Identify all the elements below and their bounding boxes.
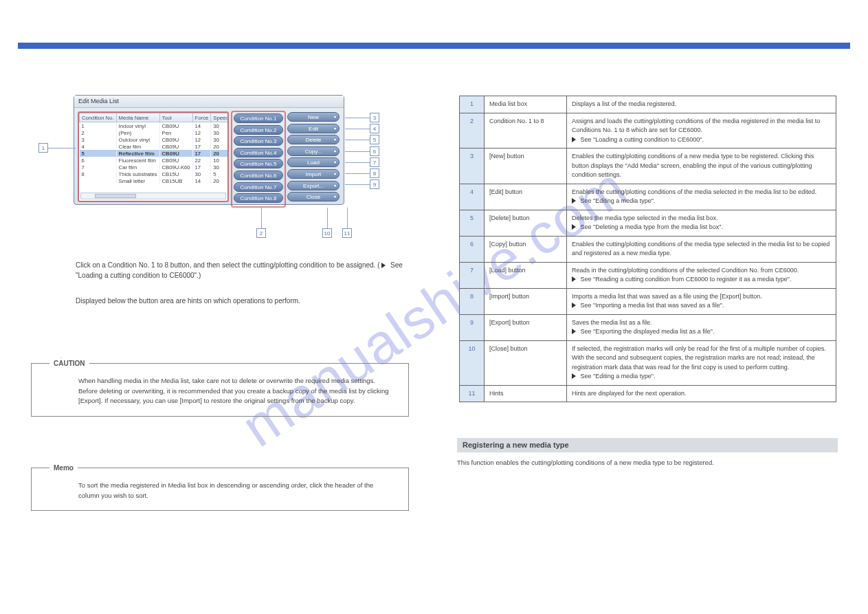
- closebutton[interactable]: Close: [287, 192, 340, 201]
- table-row[interactable]: 1Indoor vinylCB09U14302: [80, 122, 229, 130]
- callout-11: 11: [342, 228, 352, 238]
- table-row[interactable]: 6Fluorescent filmCB09U22102: [80, 157, 229, 164]
- loadbutton[interactable]: Load: [287, 157, 340, 167]
- arrow-icon: [572, 303, 576, 308]
- definition-number: 6: [460, 236, 485, 262]
- definition-body: Deletes the media type selected in the m…: [567, 210, 836, 236]
- definition-number: 11: [460, 385, 485, 402]
- header-bar: [18, 43, 850, 49]
- section-body: This function enables the cutting/plotti…: [457, 458, 838, 468]
- definition-name: Condition No. 1 to 8: [485, 113, 567, 149]
- definition-name: [Edit] button: [485, 184, 567, 210]
- definition-row: 11HintsHints are displayed for the next …: [460, 385, 836, 402]
- definition-name: Hints: [485, 385, 567, 402]
- media-list-box[interactable]: Condition No.Media NameToolForceSpeedAcc…: [78, 112, 228, 201]
- callout-3: 3: [370, 113, 379, 122]
- deletebutton[interactable]: Delete: [287, 135, 340, 144]
- definition-number: 10: [460, 340, 485, 385]
- callout-8: 8: [370, 168, 379, 178]
- definitions-table: 1Media list boxDisplays a list of the me…: [459, 96, 836, 402]
- definition-row: 4[Edit] buttonEnables the cutting/plotti…: [460, 184, 836, 210]
- definition-row: 5[Delete] buttonDeletes the media type s…: [460, 210, 836, 236]
- table-row[interactable]: Small letterCB15UB14202: [80, 177, 229, 184]
- caution-text: When handling media in the Media list, t…: [78, 377, 388, 404]
- intro-text: Click on a Condition No. 1 to 8 button, …: [76, 260, 412, 281]
- condition-buttons-group: Condition No.1Condition No.2Condition No…: [232, 112, 285, 206]
- page: Edit Media List Condition No.Media NameT…: [18, 0, 850, 614]
- button-indicator-icon: [333, 138, 337, 142]
- definition-body: Imports a media list that was saved as a…: [567, 288, 836, 314]
- memo-label: Memo: [49, 463, 78, 474]
- table-row[interactable]: 3Outdoor vinylCB09U12302: [80, 136, 229, 143]
- arrow-icon: [572, 224, 576, 230]
- definition-name: [Close] button: [485, 340, 567, 385]
- definition-body: Enables the cutting/plotting conditions …: [567, 149, 836, 184]
- definition-row: 10[Close] buttonIf selected, the registr…: [460, 340, 836, 385]
- definition-number: 4: [460, 184, 485, 210]
- callout-6: 6: [370, 146, 379, 156]
- callout-4: 4: [370, 124, 379, 133]
- table-row[interactable]: 2(Pen)Pen12302: [80, 129, 229, 136]
- horizontal-scrollbar[interactable]: [80, 193, 226, 199]
- newbutton[interactable]: New: [287, 112, 340, 122]
- copy-button[interactable]: Copy...: [287, 146, 340, 156]
- definition-body: Enables the cutting/plotting conditions …: [567, 184, 836, 210]
- definition-name: Media list box: [485, 96, 567, 113]
- condition-button[interactable]: Condition No.8: [234, 193, 283, 203]
- definition-body: Saves the media list as a file. See "Exp…: [567, 314, 836, 340]
- column-header[interactable]: Media Name: [116, 113, 159, 122]
- button-indicator-icon: [333, 127, 337, 130]
- definition-row: 6[Copy] buttonEnables the cutting/plotti…: [460, 236, 836, 262]
- memo-text: To sort the media registered in Media li…: [78, 481, 373, 499]
- definition-row: 2Condition No. 1 to 8Assigns and loads t…: [460, 113, 836, 149]
- arrow-icon: [572, 137, 576, 142]
- condition-button[interactable]: Condition No.2: [234, 125, 283, 135]
- condition-button[interactable]: Condition No.1: [234, 113, 283, 123]
- button-indicator-icon: [333, 184, 337, 187]
- section-heading: Registering a new media type: [457, 438, 838, 452]
- button-indicator-icon: [333, 116, 337, 119]
- table-row[interactable]: 8Thick substratesCB15U3051: [80, 171, 229, 177]
- importbutton[interactable]: Import: [287, 169, 340, 179]
- definition-row: 8[Import] buttonImports a media list tha…: [460, 288, 836, 314]
- definition-name: [Load] button: [485, 262, 567, 288]
- condition-button[interactable]: Condition No.5: [234, 159, 283, 168]
- column-header[interactable]: Force: [192, 113, 211, 122]
- table-row[interactable]: 5Reflective filmCB09U17202: [80, 150, 229, 157]
- definition-body: If selected, the registration marks will…: [567, 340, 836, 385]
- column-header[interactable]: Tool: [159, 113, 192, 122]
- definition-body: Reads in the cutting/plotting conditions…: [567, 262, 836, 288]
- condition-button[interactable]: Condition No.3: [234, 136, 283, 146]
- definition-body: Displays a list of the media registered.: [567, 96, 836, 113]
- column-header[interactable]: Speed: [211, 113, 228, 122]
- dialog-edit-media-list: Edit Media List Condition No.Media NameT…: [74, 95, 344, 205]
- callout-7: 7: [370, 157, 379, 167]
- editbutton[interactable]: Edit: [287, 124, 340, 133]
- definition-number: 5: [460, 210, 485, 236]
- definition-body: Enables the cutting/plotting conditions …: [567, 236, 836, 262]
- definition-row: 3[New] buttonEnables the cutting/plottin…: [460, 149, 836, 184]
- table-row[interactable]: 4Clear filmCB09U17202: [80, 143, 229, 150]
- export-button[interactable]: Export...: [287, 181, 340, 190]
- definition-name: [Import] button: [485, 288, 567, 314]
- arrow-icon: [572, 198, 576, 204]
- condition-button[interactable]: Condition No.4: [234, 148, 283, 157]
- condition-button[interactable]: Condition No.6: [234, 171, 283, 180]
- definition-number: 1: [460, 96, 485, 113]
- action-buttons-group: NewEditDeleteCopy...LoadImportExport...C…: [287, 112, 340, 204]
- callout-5: 5: [370, 135, 379, 144]
- table-row[interactable]: 7Car filmCB09U-K6017302: [80, 164, 229, 171]
- definition-body: Assigns and loads the cutting/plotting c…: [567, 113, 836, 149]
- button-indicator-icon: [333, 172, 337, 175]
- callout-1: 1: [38, 143, 48, 153]
- button-indicator-icon: [333, 149, 337, 153]
- definition-name: [Delete] button: [485, 210, 567, 236]
- condition-button[interactable]: Condition No.7: [234, 182, 283, 192]
- definition-number: 8: [460, 288, 485, 314]
- memo-box: Memo To sort the media registered in Med…: [31, 468, 409, 511]
- definition-row: 7[Load] buttonReads in the cutting/plott…: [460, 262, 836, 288]
- callout-10: 10: [322, 228, 332, 238]
- column-header[interactable]: Condition No.: [80, 113, 117, 122]
- arrow-icon: [381, 263, 386, 268]
- button-indicator-icon: [333, 161, 337, 164]
